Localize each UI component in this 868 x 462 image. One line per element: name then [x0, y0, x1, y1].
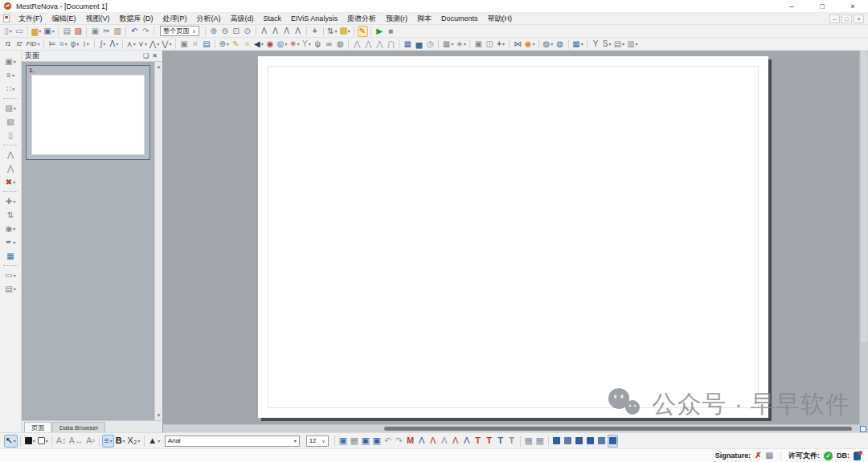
pin-item-dropdown-icon[interactable]: ▾ [13, 240, 15, 245]
annotation-tools-dropdown-icon[interactable]: ▾ [464, 42, 466, 47]
multiplet-analysis-button[interactable]: ⋏▾ [125, 39, 136, 50]
menu-view[interactable]: 视图(V) [81, 14, 115, 24]
menu-file[interactable]: 文件(F) [14, 14, 47, 24]
mass-peaks-button[interactable]: M [405, 435, 416, 448]
mdi-minimize[interactable]: – [829, 14, 840, 23]
person-tool-button[interactable]: Y [591, 39, 601, 50]
menu-eivis-analysis[interactable]: EIViS Analysis [286, 14, 342, 22]
run-script-button[interactable]: ▶ [375, 26, 385, 37]
table-insert-button[interactable]: ▦ [523, 435, 534, 448]
fid-view-button[interactable]: FID▾ [26, 39, 41, 50]
bold-button[interactable]: B▾ [115, 435, 126, 448]
chart-view-button[interactable]: ▅ [414, 39, 424, 50]
font-color-dropdown-icon[interactable]: ▾ [158, 439, 160, 444]
font-color-button[interactable]: ▲▾ [147, 435, 161, 448]
f2-dimension-button[interactable]: f2 [14, 39, 25, 50]
molecule-match-button[interactable]: ✳▾ [289, 39, 300, 50]
export-pdf-button[interactable]: ▨ [73, 26, 84, 37]
font-shrink-button[interactable]: A↕ [55, 435, 68, 448]
table-edit-button[interactable]: ▦ [534, 435, 545, 448]
license-ok-icon[interactable]: ✓ [824, 452, 833, 460]
phase-correction-button[interactable]: φ▾ [69, 39, 80, 50]
atom-assignment-button[interactable]: Y▾ [301, 39, 312, 50]
zoom-tool-button[interactable]: ⊕▾ [219, 39, 230, 50]
move-tool-dropdown-icon[interactable]: ▾ [13, 199, 15, 204]
menu-help[interactable]: 帮助(H) [482, 14, 517, 24]
reorder-items-button[interactable]: ⇅ [6, 210, 16, 221]
calculator-button[interactable]: ▦▾ [571, 39, 583, 50]
slide-view-dropdown-icon[interactable]: ▾ [622, 42, 624, 47]
panel-close-icon[interactable]: ✕ [150, 53, 159, 59]
apodization-button[interactable]: ≈▾ [58, 39, 68, 50]
mirror-spectrum-button[interactable]: ⋈ [513, 39, 523, 50]
text-label-b-button[interactable]: T [506, 435, 517, 448]
undo-button[interactable]: ↶ [129, 26, 140, 37]
delete-item-dropdown-icon[interactable]: ▾ [13, 180, 15, 185]
font-size-select[interactable]: 12 ∨ [306, 435, 329, 447]
report-dropdown-icon[interactable]: ▾ [636, 42, 638, 47]
edit-structure-button[interactable]: ✎ [231, 39, 241, 50]
overlay-spectra-button[interactable]: ⋀ [363, 39, 374, 50]
auto-assignment-button[interactable]: ⋎▾ [137, 39, 148, 50]
calculator-dropdown-icon[interactable]: ▾ [581, 42, 583, 47]
peak-label-edit-button[interactable]: Λ [428, 435, 438, 448]
focus-item-button[interactable]: ◉▾ [5, 223, 17, 235]
simulate-spectrum-button[interactable]: ◎▾ [276, 39, 289, 50]
grid-table-button[interactable]: ▦ [6, 251, 16, 262]
stack-spectra-button[interactable]: ⋀ [352, 39, 362, 50]
select-tool-button[interactable]: ↖▾ [4, 435, 18, 448]
db-browse-button[interactable] [551, 435, 562, 448]
color-palette-button[interactable]: ▾ [339, 26, 351, 37]
subscript-dropdown-icon[interactable]: ▾ [137, 439, 140, 444]
properties-dropdown-icon[interactable]: ▾ [14, 287, 16, 292]
menu-predict[interactable]: 预测(r) [381, 14, 412, 24]
scroll-down-icon[interactable]: ▼ [155, 413, 162, 418]
color-palette-dropdown-icon[interactable]: ▾ [348, 29, 350, 34]
copy-format-button[interactable]: ▣ [338, 435, 348, 448]
selection-arrow-dropdown-icon[interactable]: ▾ [261, 42, 264, 47]
title-peaks-alt-button[interactable]: T [484, 435, 494, 448]
peak-highlight-button[interactable]: ◉▾ [524, 39, 536, 50]
copy-spectrum-button[interactable]: ⋀ [6, 149, 16, 161]
menu-advanced[interactable]: 高级(d) [226, 14, 259, 24]
copy-region-button[interactable]: ▣ [179, 39, 190, 50]
page-thumbnail[interactable]: 1. [26, 65, 150, 160]
online-database-button[interactable]: ◍▾ [542, 39, 554, 50]
fit-height-button[interactable]: Λ [270, 26, 280, 37]
new-document-button[interactable]: ▯▾ [3, 26, 14, 37]
save-dropdown-icon[interactable]: ▾ [52, 29, 55, 34]
select-tool-dropdown-icon[interactable]: ▾ [14, 439, 16, 444]
text-label-a-button[interactable]: T [495, 435, 506, 448]
edit-image-button[interactable]: ▧ [6, 117, 16, 128]
bold-dropdown-icon[interactable]: ▾ [123, 439, 125, 444]
copy-button[interactable]: ▣ [90, 26, 100, 37]
new-document-dropdown-icon[interactable]: ▾ [10, 29, 12, 34]
wave-tool-button[interactable]: S▾ [602, 39, 612, 50]
rotate-right-button[interactable]: ↷ [394, 435, 404, 448]
page-layout-button[interactable]: ▦ [349, 435, 359, 448]
focus-item-dropdown-icon[interactable]: ▾ [13, 227, 15, 231]
save-button[interactable]: ▣▾ [43, 26, 55, 37]
slide-view-button[interactable]: ▤▾ [613, 39, 625, 50]
new-window-button[interactable]: ▣ [473, 39, 484, 50]
scrollbar-corner-button[interactable] [860, 426, 866, 432]
simulate-spectrum-dropdown-icon[interactable]: ▾ [285, 42, 287, 47]
fit-page-button[interactable]: Λ [281, 26, 292, 37]
open-file-dropdown-icon[interactable]: ▾ [39, 29, 41, 34]
f1-dimension-button[interactable]: f1 [3, 39, 14, 50]
online-database-dropdown-icon[interactable]: ▾ [551, 42, 553, 47]
cut-region-button[interactable]: ✕ [190, 39, 201, 50]
paste-region-button[interactable]: ▤ [202, 39, 212, 50]
predict-spectrum-button[interactable]: ◉ [265, 39, 276, 50]
verification-dropdown-icon[interactable]: ▾ [170, 42, 172, 47]
cut-button[interactable]: ✂ [101, 26, 112, 37]
properties-button[interactable]: ▤▾ [4, 284, 16, 295]
subscript-button[interactable]: X₂▾ [127, 435, 141, 448]
title-peaks-button[interactable]: T [473, 435, 483, 448]
coupling-constants-button[interactable]: ψ [313, 39, 323, 50]
annotation-settings-button[interactable]: ▣ [371, 435, 382, 448]
stroke-color-button[interactable]: ▾ [37, 435, 49, 448]
delete-item-button[interactable]: ✖▾ [5, 177, 16, 188]
distribute-items-button[interactable]: ∷▾ [6, 84, 16, 95]
structure-search-button[interactable]: ◍ [335, 39, 346, 50]
